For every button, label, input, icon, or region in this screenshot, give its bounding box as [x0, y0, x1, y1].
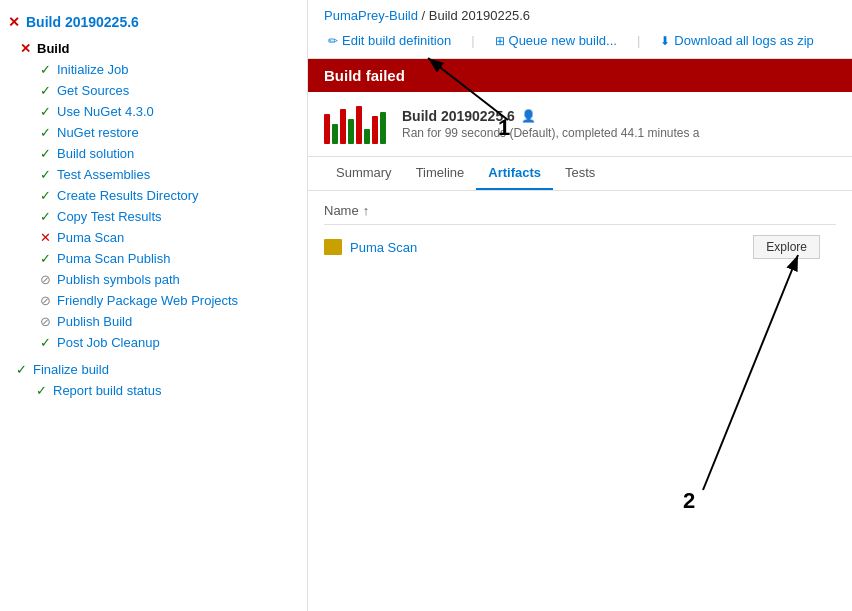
name-column-header: Name: [324, 203, 359, 218]
check-icon: ✓: [40, 146, 51, 161]
breadcrumb: PumaPrey-Build / Build 20190225.6: [308, 0, 852, 27]
toolbar: ✏ Edit build definition | ⊞ Queue new bu…: [308, 27, 852, 59]
skip-icon: ⊘: [40, 314, 51, 329]
queue-label: Queue new build...: [509, 33, 617, 48]
tab-tests[interactable]: Tests: [553, 157, 607, 190]
toolbar-separator-1: |: [471, 33, 474, 48]
toolbar-separator-2: |: [637, 33, 640, 48]
sidebar-item-friendly-package[interactable]: ⊘ Friendly Package Web Projects: [12, 290, 307, 311]
check-icon: ✓: [16, 362, 27, 377]
sidebar-item-label: Create Results Directory: [57, 188, 199, 203]
chart-bar: [348, 119, 354, 144]
check-icon: ✓: [40, 125, 51, 140]
sidebar-item-copy-test-results[interactable]: ✓ Copy Test Results: [12, 206, 307, 227]
build-info: Build 20190225.6 👤 Ran for 99 seconds (D…: [308, 92, 852, 157]
sidebar-item-label: Initialize Job: [57, 62, 129, 77]
sidebar-item-nuget-restore[interactable]: ✓ NuGet restore: [12, 122, 307, 143]
skip-icon: ⊘: [40, 293, 51, 308]
sidebar-item-label: Publish symbols path: [57, 272, 180, 287]
sidebar-item-create-results-dir[interactable]: ✓ Create Results Directory: [12, 185, 307, 206]
tab-tests-label: Tests: [565, 165, 595, 180]
edit-build-definition-button[interactable]: ✏ Edit build definition: [324, 31, 455, 50]
sidebar-item-puma-scan[interactable]: ✕ Puma Scan: [12, 227, 307, 248]
download-logs-button[interactable]: ⬇ Download all logs as zip: [656, 31, 817, 50]
queue-icon: ⊞: [495, 34, 505, 48]
sidebar-item-post-job-cleanup[interactable]: ✓ Post Job Cleanup: [12, 332, 307, 353]
sidebar-item-label: Puma Scan: [57, 230, 124, 245]
sidebar-item-label: Build solution: [57, 146, 134, 161]
tab-summary[interactable]: Summary: [324, 157, 404, 190]
sidebar-title-x-icon: ✕: [8, 14, 20, 30]
sidebar-item-label: Puma Scan Publish: [57, 251, 170, 266]
build-details-title: Build 20190225.6 👤: [402, 108, 700, 124]
chart-bar: [324, 114, 330, 144]
sidebar-item-label: Report build status: [53, 383, 161, 398]
sidebar-item-publish-symbols-path[interactable]: ⊘ Publish symbols path: [12, 269, 307, 290]
artifacts-header: Name ↑: [324, 203, 836, 225]
chart-bar: [332, 124, 338, 144]
explore-button[interactable]: Explore: [753, 235, 820, 259]
build-group: ✕ Build ✓ Initialize Job ✓ Get Sources ✓…: [0, 36, 307, 355]
sidebar-item-initialize-job[interactable]: ✓ Initialize Job: [12, 59, 307, 80]
queue-new-build-button[interactable]: ⊞ Queue new build...: [491, 31, 621, 50]
sidebar-item-label: Friendly Package Web Projects: [57, 293, 238, 308]
build-failed-banner: Build failed: [308, 59, 852, 92]
folder-icon: [324, 239, 342, 255]
build-title-text: Build 20190225.6: [402, 108, 515, 124]
sidebar-item-report-build-status[interactable]: ✓ Report build status: [8, 380, 307, 401]
download-icon: ⬇: [660, 34, 670, 48]
tab-artifacts-label: Artifacts: [488, 165, 541, 180]
sort-icon: ↑: [363, 203, 370, 218]
sidebar-item-test-assemblies[interactable]: ✓ Test Assemblies: [12, 164, 307, 185]
check-icon: ✓: [40, 62, 51, 77]
sidebar-item-label: Finalize build: [33, 362, 109, 377]
sidebar-title[interactable]: ✕ Build 20190225.6: [0, 8, 307, 36]
chart-bar: [380, 112, 386, 144]
breadcrumb-separator: /: [418, 8, 429, 23]
sidebar-title-text: Build 20190225.6: [26, 14, 139, 30]
build-details: Build 20190225.6 👤 Ran for 99 seconds (D…: [402, 108, 700, 140]
artifact-row-puma-scan[interactable]: Puma Scan: [324, 233, 417, 261]
sidebar-item-nuget-version[interactable]: ✓ Use NuGet 4.3.0: [12, 101, 307, 122]
check-icon: ✓: [40, 188, 51, 203]
check-icon: ✓: [40, 335, 51, 350]
sidebar-item-puma-scan-publish[interactable]: ✓ Puma Scan Publish: [12, 248, 307, 269]
check-icon: ✓: [40, 251, 51, 266]
chart-bar: [356, 106, 362, 144]
main-content: PumaPrey-Build / Build 20190225.6 ✏ Edit…: [308, 0, 852, 611]
tab-artifacts[interactable]: Artifacts: [476, 157, 553, 190]
check-icon: ✓: [40, 167, 51, 182]
edit-build-label: Edit build definition: [342, 33, 451, 48]
check-icon: ✓: [40, 209, 51, 224]
tab-timeline-label: Timeline: [416, 165, 465, 180]
download-label: Download all logs as zip: [674, 33, 813, 48]
sidebar-item-finalize-build[interactable]: ✓ Finalize build: [8, 359, 307, 380]
check-icon: ✓: [40, 83, 51, 98]
breadcrumb-project[interactable]: PumaPrey-Build: [324, 8, 418, 23]
tab-timeline[interactable]: Timeline: [404, 157, 477, 190]
check-icon: ✓: [40, 104, 51, 119]
pencil-icon: ✏: [328, 34, 338, 48]
build-group-label: Build: [37, 41, 70, 56]
sidebar-item-label: Publish Build: [57, 314, 132, 329]
sidebar-item-label: NuGet restore: [57, 125, 139, 140]
x-icon: ✕: [40, 230, 51, 245]
sidebar-item-publish-build[interactable]: ⊘ Publish Build: [12, 311, 307, 332]
sidebar: ✕ Build 20190225.6 ✕ Build ✓ Initialize …: [0, 0, 308, 611]
chart-bar: [364, 129, 370, 144]
build-group-title[interactable]: ✕ Build: [12, 38, 307, 59]
user-icon: 👤: [521, 109, 536, 123]
sidebar-item-label: Test Assemblies: [57, 167, 150, 182]
check-icon: ✓: [36, 383, 47, 398]
sidebar-item-label: Copy Test Results: [57, 209, 162, 224]
sidebar-item-build-solution[interactable]: ✓ Build solution: [12, 143, 307, 164]
build-details-subtitle: Ran for 99 seconds (Default), completed …: [402, 126, 700, 140]
explore-label: Explore: [766, 240, 807, 254]
sidebar-item-label: Use NuGet 4.3.0: [57, 104, 154, 119]
artifact-row-container: Puma Scan Explore: [324, 233, 836, 261]
breadcrumb-build: Build 20190225.6: [429, 8, 530, 23]
sidebar-item-get-sources[interactable]: ✓ Get Sources: [12, 80, 307, 101]
chart-bar: [340, 109, 346, 144]
sidebar-item-label: Get Sources: [57, 83, 129, 98]
tabs-bar: Summary Timeline Artifacts Tests: [308, 157, 852, 191]
